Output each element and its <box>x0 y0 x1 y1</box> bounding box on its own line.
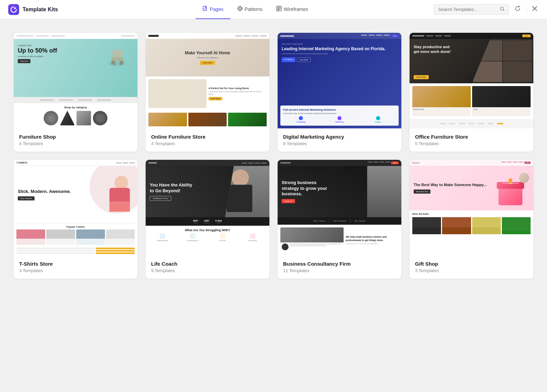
card-preview-online-furniture: Make Yourself At Home Discover our colle… <box>146 33 269 128</box>
card-title-tshirt: T-Shirts Store <box>19 261 132 267</box>
card-title-office-furniture: Office Furniture Store <box>415 134 528 140</box>
app-logo-icon <box>8 4 19 15</box>
card-count-digital-marketing: 8 Templates <box>283 141 396 146</box>
svg-rect-17 <box>120 61 121 65</box>
card-gift-shop[interactable]: REGALO SHOP The Best Way to Make Someone <box>410 160 533 279</box>
svg-rect-14 <box>111 61 113 65</box>
card-life-coach[interactable]: You Have the Ability to Go Beyond! SCHED… <box>146 160 269 279</box>
tab-patterns-label: Patterns <box>245 6 263 12</box>
card-tshirt[interactable]: T-SHIRTS Slick. Modern. Awesom <box>14 160 137 279</box>
card-info-life-coach: Life Coach 9 Templates <box>146 255 269 279</box>
search-container <box>434 4 509 15</box>
card-count-tshirt: 3 Templates <box>19 268 132 273</box>
card-count-furniture-shop: 4 Templates <box>19 141 132 146</box>
patterns-icon <box>237 6 243 13</box>
card-info-digital-marketing: Digital Marketing Agency 8 Templates <box>278 128 401 152</box>
svg-point-0 <box>14 7 16 9</box>
card-count-gift-shop: 3 Templates <box>415 268 528 273</box>
tab-wireframes-label: Wireframes <box>284 6 308 12</box>
svg-rect-6 <box>277 7 279 8</box>
card-digital-marketing[interactable]: START WELCOME TO DELIMITER Leading Inter… <box>278 33 401 152</box>
tab-wireframes[interactable]: Wireframes <box>269 0 315 19</box>
svg-rect-9 <box>277 10 279 10</box>
card-count-office-furniture: 5 Templates <box>415 141 528 146</box>
preview-nav <box>14 33 137 39</box>
card-business-consultancy[interactable]: HIRE Strong business strategy to grow yo… <box>278 160 401 279</box>
card-count-online-furniture: 4 Templates <box>151 141 264 146</box>
card-info-furniture-shop: Furniture Shop 4 Templates <box>14 128 137 152</box>
app-header: Template Kits Pages Patterns <box>0 0 547 19</box>
main-nav: Pages Patterns W <box>77 0 434 19</box>
card-count-life-coach: 9 Templates <box>151 268 264 273</box>
page-icon <box>202 6 208 13</box>
svg-rect-16 <box>113 61 115 65</box>
card-preview-office-furniture: BUY <box>410 33 533 128</box>
card-title-online-furniture: Online Furniture Store <box>151 134 264 140</box>
card-count-business-consultancy: 11 Templates <box>283 268 396 273</box>
logo-area: Template Kits <box>8 4 77 15</box>
app-title: Template Kits <box>23 6 58 13</box>
card-info-online-furniture: Online Furniture Store 4 Templates <box>146 128 269 152</box>
svg-rect-12 <box>112 50 122 57</box>
wireframes-icon <box>276 6 282 13</box>
card-info-gift-shop: Gift Shop 3 Templates <box>410 255 533 279</box>
card-online-furniture[interactable]: Make Yourself At Home Discover our colle… <box>146 33 269 152</box>
card-title-gift-shop: Gift Shop <box>415 261 528 267</box>
card-furniture-shop[interactable]: FURNITURE Up to 50% off Hundreds of offe… <box>14 33 137 152</box>
main-content: FURNITURE Up to 50% off Hundreds of offe… <box>0 19 547 292</box>
svg-rect-7 <box>279 7 280 8</box>
card-preview-business-consultancy: HIRE Strong business strategy to grow yo… <box>278 160 401 255</box>
svg-rect-15 <box>121 61 123 65</box>
card-preview-digital-marketing: START WELCOME TO DELIMITER Leading Inter… <box>278 33 401 128</box>
card-office-furniture[interactable]: BUY <box>410 33 533 152</box>
svg-rect-8 <box>277 9 280 9</box>
close-button[interactable] <box>531 4 539 14</box>
preview-cta: Shop Now <box>18 59 30 63</box>
card-info-business-consultancy: Business Consultancy Firm 11 Templates <box>278 255 401 279</box>
tab-pages-label: Pages <box>210 6 224 12</box>
search-icon[interactable] <box>500 6 505 12</box>
card-preview-furniture-shop: FURNITURE Up to 50% off Hundreds of offe… <box>14 33 137 128</box>
svg-rect-13 <box>111 57 123 61</box>
card-title-digital-marketing: Digital Marketing Agency <box>283 134 396 140</box>
search-input[interactable] <box>438 7 497 12</box>
card-preview-tshirt: T-SHIRTS Slick. Modern. Awesom <box>14 160 137 255</box>
card-title-furniture-shop: Furniture Shop <box>19 134 132 140</box>
card-info-office-furniture: Office Furniture Store 5 Templates <box>410 128 533 152</box>
card-info-tshirt: T-Shirts Store 3 Templates <box>14 255 137 279</box>
card-preview-gift-shop: REGALO SHOP The Best Way to Make Someone <box>410 160 533 255</box>
header-divider <box>526 6 526 13</box>
svg-point-4 <box>239 8 240 9</box>
preview-hero: FURNITURE Up to 50% off Hundreds of offe… <box>14 39 137 97</box>
templates-grid: FURNITURE Up to 50% off Hundreds of offe… <box>14 33 533 279</box>
card-title-life-coach: Life Coach <box>151 261 264 267</box>
tab-patterns[interactable]: Patterns <box>230 0 269 19</box>
refresh-button[interactable] <box>513 4 522 15</box>
card-title-business-consultancy: Business Consultancy Firm <box>283 261 396 267</box>
tab-pages[interactable]: Pages <box>196 0 230 19</box>
card-preview-life-coach: You Have the Ability to Go Beyond! SCHED… <box>146 160 269 255</box>
header-right <box>434 4 539 15</box>
